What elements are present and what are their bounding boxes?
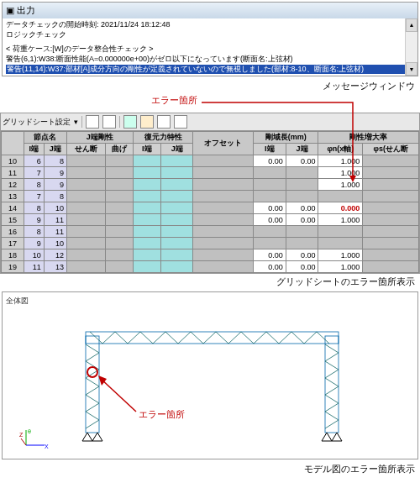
msg-line: < 荷重ケース:[W]のデータ整合性チェック > <box>6 45 414 55</box>
svg-rect-1 <box>86 336 99 433</box>
svg-marker-0 <box>349 176 356 182</box>
axis-icon: θ X Z <box>19 427 53 452</box>
arrow-to-grid-icon <box>0 94 420 195</box>
svg-text:Z: Z <box>19 432 24 438</box>
error-annotation: エラー箇所 <box>139 409 185 419</box>
svg-marker-4 <box>98 375 107 386</box>
scroll-down-icon[interactable]: ▼ <box>406 62 417 76</box>
msg-line: 警告(6,1):W38:断面性能(A=0.000000e+00)がゼロ以下になっ… <box>6 55 414 65</box>
msg-line-highlight[interactable]: 警告(11,14):W37:部材[A]成分方向の剛性が定義されていないので無視し… <box>6 65 414 75</box>
book-icon: ▣ <box>6 5 14 16</box>
message-window: ▣ 出力 データチェックの開始時刻: 2021/11/24 18:12:48 ロ… <box>2 2 418 76</box>
caption-msg: メッセージウィンドウ <box>0 78 420 94</box>
model-view[interactable]: 全体図 エラー箇所 θ X <box>2 291 418 459</box>
table-row[interactable]: 148100.000.000.000 <box>2 202 419 214</box>
scroll-up-icon[interactable]: ▲ <box>406 18 417 32</box>
message-title: 出力 <box>17 4 35 17</box>
message-title-bar: ▣ 出力 <box>3 3 417 18</box>
message-body[interactable]: データチェックの開始時刻: 2021/11/24 18:12:48 ロジックチェ… <box>3 18 417 76</box>
svg-rect-3 <box>86 332 339 344</box>
model-title: 全体図 <box>6 296 414 307</box>
table-row[interactable]: 1810120.000.001.000 <box>2 249 419 261</box>
table-row[interactable]: 16811 <box>2 226 419 238</box>
table-row[interactable]: 1911130.000.001.000 <box>2 261 419 273</box>
svg-text:X: X <box>45 444 49 449</box>
caption-model: モデル図のエラー箇所表示 <box>0 461 420 477</box>
msg-line: ロジックチェック <box>6 30 414 40</box>
svg-text:θ: θ <box>28 428 31 434</box>
msg-line: データチェックの開始時刻: 2021/11/24 18:12:48 <box>6 20 414 30</box>
svg-rect-2 <box>325 336 339 433</box>
table-row[interactable]: 17910 <box>2 238 419 249</box>
model-svg: エラー箇所 <box>6 307 409 445</box>
svg-line-9 <box>21 438 26 445</box>
scrollbar[interactable]: ▲ ▼ <box>405 18 417 76</box>
error-marker-icon <box>87 367 97 377</box>
caption-grid: グリッドシートのエラー箇所表示 <box>0 274 420 290</box>
table-row[interactable]: 159110.000.001.000 <box>2 214 419 226</box>
